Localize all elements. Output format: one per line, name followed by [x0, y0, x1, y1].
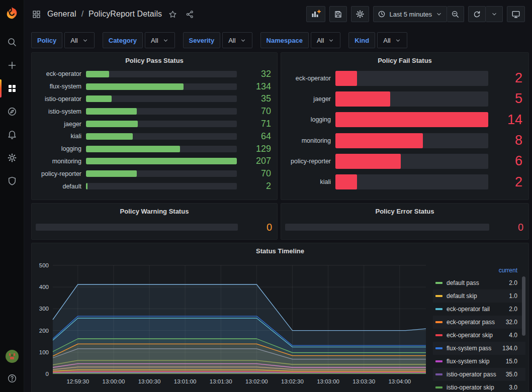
variable-label: Severity: [183, 32, 221, 48]
gauge-bar-fill: [86, 83, 184, 90]
legend-item[interactable]: default skip1.0: [433, 289, 525, 303]
legend-item[interactable]: istio-operator skip3.0: [433, 381, 525, 391]
legend-scrollbar[interactable]: [522, 276, 525, 336]
y-axis-tick: 400: [39, 284, 49, 290]
legend-item[interactable]: eck-operator fail2.0: [433, 303, 525, 316]
share-dashboard-button[interactable]: [184, 8, 196, 21]
legend-item[interactable]: flux-system skip15.0: [433, 355, 525, 368]
gauge-value: 64: [237, 131, 276, 142]
sidebar-item-help[interactable]: [0, 370, 24, 387]
variable-value-dropdown[interactable]: All: [311, 32, 340, 48]
panel-title[interactable]: Policy Fail Status: [281, 53, 528, 68]
breadcrumb-folder[interactable]: General: [47, 10, 76, 19]
chevron-down-icon: [162, 37, 169, 44]
gauge-row: jaeger5: [283, 88, 527, 109]
timeline-chart[interactable]: 010020030040050012:59:3013:00:0013:00:30…: [33, 262, 435, 388]
gauge-value: 70: [237, 106, 276, 117]
variable-value-dropdown[interactable]: All: [377, 32, 407, 48]
gauge-bar-fill: [86, 146, 180, 152]
sidebar-item-dashboards[interactable]: [0, 77, 24, 100]
bargauge-fail: eck-operator2jaeger5logging14monitoring8…: [281, 68, 528, 197]
legend-swatch: [435, 321, 442, 323]
sidebar-item-search[interactable]: [0, 31, 24, 54]
panel-policy-pass-status: Policy Pass Status eck-operator32flux-sy…: [31, 52, 278, 200]
y-axis-tick: 500: [39, 262, 49, 268]
panel-policy-error-status: Policy Error Status 0: [281, 203, 529, 240]
add-panel-button[interactable]: [306, 6, 325, 22]
legend-item[interactable]: istio-operator pass35.0: [433, 368, 525, 381]
shield-icon: [7, 176, 17, 186]
y-axis-tick: 300: [39, 306, 49, 312]
gauge-row-label: logging: [283, 116, 335, 123]
variable-namespace: NamespaceAll: [260, 32, 341, 48]
timeline-chart-svg[interactable]: 010020030040050012:59:3013:00:0013:00:30…: [33, 262, 435, 388]
legend-item[interactable]: eck-operator pass32.0: [433, 316, 525, 329]
gauge-value: 14: [488, 112, 527, 128]
panel-title[interactable]: Policy Warning Status: [32, 204, 277, 219]
bell-icon: [7, 130, 17, 140]
panel-policy-warning-status: Policy Warning Status 0: [31, 203, 278, 240]
user-avatar[interactable]: [6, 350, 19, 363]
legend-item[interactable]: eck-operator skip4.0: [433, 329, 525, 342]
gauge-value: 2: [237, 181, 276, 191]
gauge-row: logging129: [34, 143, 276, 155]
gauge-bar-fill: [335, 91, 390, 107]
legend-swatch: [435, 334, 442, 336]
refresh-icon: [473, 10, 481, 19]
gauge-bar-fill: [86, 183, 87, 189]
variable-value-dropdown[interactable]: All: [222, 32, 252, 48]
variable-selected-value: All: [70, 37, 77, 44]
chevron-down-icon: [395, 37, 401, 44]
zoom-out-time-button[interactable]: [447, 6, 464, 22]
sidebar-item-alerting[interactable]: [0, 123, 24, 146]
y-axis-tick: 0: [46, 371, 49, 377]
gauge-track: [86, 183, 237, 189]
gauge-bar-fill: [86, 158, 237, 164]
gauge-bar-fill: [86, 71, 109, 77]
gauge-row-label: policy-reporter: [283, 158, 335, 165]
gauge-row: eck-operator2: [283, 68, 527, 88]
save-dashboard-button[interactable]: [329, 6, 347, 22]
panel-title[interactable]: Status Timeline: [32, 243, 528, 258]
refresh-interval-dropdown[interactable]: [486, 6, 503, 22]
sidebar-item-server-admin[interactable]: [0, 169, 24, 192]
legend-current-value: 1.0: [509, 292, 517, 300]
gauge-bar-fill: [86, 133, 133, 140]
x-axis-tick: 13:02:00: [245, 378, 268, 384]
refresh-button[interactable]: [468, 6, 486, 22]
gauge-track: [86, 121, 237, 127]
gauge-value: 0: [238, 222, 277, 233]
page-title[interactable]: PolicyReport Details: [88, 10, 162, 19]
gauge-value: 0: [489, 222, 528, 233]
gauge-row: policy-reporter6: [283, 151, 527, 171]
panel-policy-fail-status: Policy Fail Status eck-operator2jaeger5l…: [281, 52, 529, 200]
cycle-view-mode-button[interactable]: [507, 6, 525, 22]
time-range-picker[interactable]: Last 5 minutes: [373, 6, 447, 22]
gauge-bar-fill: [335, 112, 488, 127]
variable-value-dropdown[interactable]: All: [64, 32, 94, 48]
variable-value-dropdown[interactable]: All: [145, 32, 174, 48]
sidebar-item-explore[interactable]: [0, 100, 24, 123]
variable-severity: SeverityAll: [183, 32, 252, 48]
filter-bar: PolicyAllCategoryAllSeverityAllNamespace…: [24, 28, 532, 52]
gauge-track: [335, 71, 488, 86]
gauge-row-label: logging: [34, 145, 86, 152]
gauge-row-label: monitoring: [34, 158, 86, 165]
chevron-down-icon: [435, 11, 442, 18]
gauge-row-label: istio-system: [34, 108, 86, 115]
legend-item[interactable]: default pass2.0: [433, 276, 525, 289]
dashboard-settings-button[interactable]: [351, 6, 369, 22]
sidebar-item-configuration[interactable]: [0, 146, 24, 169]
sidebar-item-create[interactable]: [0, 54, 24, 77]
gauge-row-label: eck-operator: [34, 70, 86, 77]
x-axis-tick: 13:01:00: [174, 378, 197, 384]
star-dashboard-button[interactable]: [166, 8, 179, 21]
legend-item[interactable]: flux-system pass134.0: [433, 342, 525, 355]
panel-title[interactable]: Policy Error Status: [281, 204, 528, 219]
grafana-logo[interactable]: [5, 0, 19, 31]
legend-swatch: [435, 373, 442, 375]
gauge-value: 35: [237, 93, 276, 104]
legend-header-current[interactable]: current: [433, 266, 525, 276]
panel-title[interactable]: Policy Pass Status: [32, 53, 277, 68]
legend-series-name: istio-operator pass: [447, 371, 506, 378]
